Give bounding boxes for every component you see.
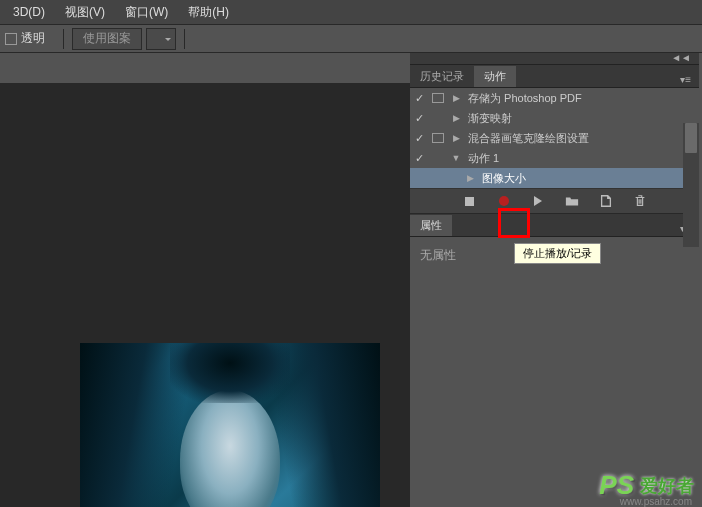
menu-bar: 3D(D) 视图(V) 窗口(W) 帮助(H) xyxy=(0,0,702,25)
watermark-domain: www.psahz.com xyxy=(620,496,692,507)
tab-properties[interactable]: 属性 xyxy=(410,215,452,236)
options-bar: 透明 使用图案 xyxy=(0,25,702,53)
action-label: 渐变映射 xyxy=(464,111,512,126)
menu-view[interactable]: 视图(V) xyxy=(57,1,113,24)
action-row[interactable]: ✓▶渐变映射 xyxy=(410,108,699,128)
menu-window[interactable]: 窗口(W) xyxy=(117,1,176,24)
transparent-label: 透明 xyxy=(21,30,45,47)
new-set-button[interactable] xyxy=(564,193,580,209)
play-button[interactable] xyxy=(530,193,546,209)
toggle-check[interactable]: ✓ xyxy=(410,152,428,165)
action-row[interactable]: ✓▶混合器画笔克隆绘图设置 xyxy=(410,128,699,148)
actions-tab-bar: 历史记录 动作 ▾≡ xyxy=(410,65,699,88)
tooltip-stop-record: 停止播放/记录 xyxy=(514,243,601,264)
divider xyxy=(63,29,64,49)
divider xyxy=(184,29,185,49)
use-pattern-button[interactable]: 使用图案 xyxy=(72,28,142,50)
action-label: 存储为 Photoshop PDF xyxy=(464,91,582,106)
panel-menu-icon[interactable]: ▾≡ xyxy=(678,72,693,87)
tab-actions[interactable]: 动作 xyxy=(474,66,516,87)
action-row[interactable]: ▶图像大小 xyxy=(410,168,699,188)
toggle-check[interactable]: ✓ xyxy=(410,112,428,125)
expand-toggle[interactable]: ▶ xyxy=(448,113,464,123)
properties-tab-bar: 属性 ▾≡ xyxy=(410,214,699,237)
scrollbar[interactable] xyxy=(683,123,699,247)
canvas-artwork[interactable] xyxy=(80,343,380,507)
tab-history[interactable]: 历史记录 xyxy=(410,66,474,87)
canvas-area xyxy=(0,53,410,507)
new-action-button[interactable] xyxy=(598,193,614,209)
action-row[interactable]: ✓▶存储为 Photoshop PDF xyxy=(410,88,699,108)
scrollbar-thumb[interactable] xyxy=(685,123,697,153)
expand-toggle[interactable]: ▶ xyxy=(448,133,464,143)
toggle-dialog[interactable] xyxy=(428,133,448,143)
watermark-text: 爱好者 xyxy=(640,474,694,498)
transparent-checkbox[interactable] xyxy=(5,33,17,45)
no-properties-text: 无属性 xyxy=(420,248,456,262)
artwork-hair xyxy=(170,343,290,403)
action-label: 动作 1 xyxy=(464,151,499,166)
actions-controls xyxy=(410,188,699,214)
menu-3d[interactable]: 3D(D) xyxy=(5,2,53,22)
delete-button[interactable] xyxy=(632,193,648,209)
canvas-gray-strip xyxy=(0,53,410,83)
transparent-checkbox-wrap[interactable]: 透明 xyxy=(5,30,45,47)
record-button[interactable] xyxy=(496,193,512,209)
action-label: 混合器画笔克隆绘图设置 xyxy=(464,131,589,146)
stop-button[interactable] xyxy=(462,193,478,209)
expand-toggle[interactable]: ▶ xyxy=(448,93,464,103)
toggle-check[interactable]: ✓ xyxy=(410,92,428,105)
action-label: 图像大小 xyxy=(478,171,526,186)
pattern-dropdown[interactable] xyxy=(146,28,176,50)
expand-toggle[interactable]: ▼ xyxy=(448,153,464,163)
toggle-check[interactable]: ✓ xyxy=(410,132,428,145)
menu-help[interactable]: 帮助(H) xyxy=(180,1,237,24)
panel-collapse-button[interactable]: ◄◄ xyxy=(410,53,699,65)
expand-toggle[interactable]: ▶ xyxy=(462,173,478,183)
panels-area: ◄◄ 历史记录 动作 ▾≡ ✓▶存储为 Photoshop PDF✓▶渐变映射✓… xyxy=(410,53,699,507)
actions-list: ✓▶存储为 Photoshop PDF✓▶渐变映射✓▶混合器画笔克隆绘图设置✓▼… xyxy=(410,88,699,188)
action-row[interactable]: ✓▼动作 1 xyxy=(410,148,699,168)
toggle-dialog[interactable] xyxy=(428,93,448,103)
